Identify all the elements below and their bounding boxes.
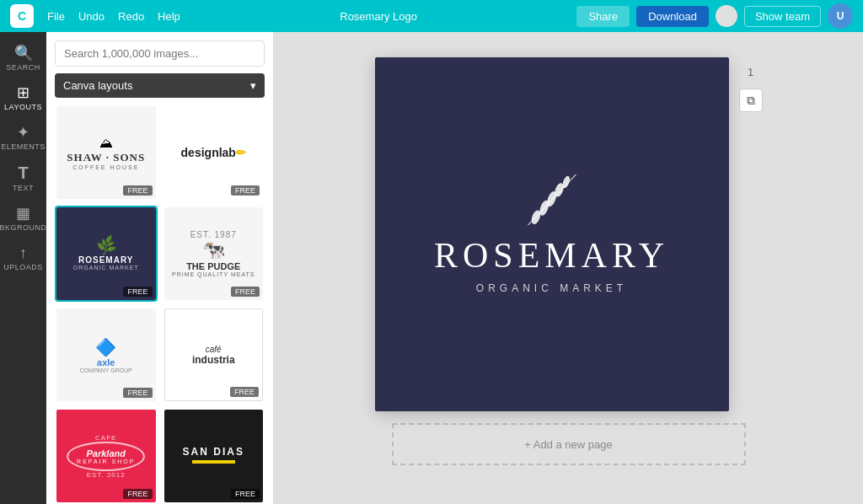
nav-file[interactable]: File <box>47 10 65 23</box>
canva-logo: C <box>10 4 34 28</box>
text-icon: T <box>18 164 28 181</box>
canvas-sidebar-tools: 1 ⧉ <box>739 57 763 112</box>
template-rosemary[interactable]: 🌿 ROSEMARY ORGANIC MARKET FREE <box>55 206 158 302</box>
template-axle[interactable]: 🔷 axle COMPANY GROUP FREE <box>55 307 158 403</box>
doc-title: Rosemary Logo <box>340 10 417 23</box>
download-button[interactable]: Download <box>636 6 709 27</box>
user-avatar[interactable]: U <box>828 3 853 29</box>
canvas-brand-name: ROSEMARY <box>434 235 669 276</box>
template-parkland[interactable]: CAFE Parkland REPAIR SHOP EST. 2012 FREE <box>55 408 158 504</box>
nav-redo[interactable]: Redo <box>118 10 144 23</box>
elements-icon: ✦ <box>17 125 29 140</box>
copy-page-button[interactable]: ⧉ <box>739 88 763 112</box>
free-badge-rosemary: FREE <box>123 287 152 297</box>
uploads-icon: ↑ <box>19 245 27 260</box>
main-layout: 🔍 SEARCH ⊞ LAYOUTS ✦ ELEMENTS T TEXT ▦ B… <box>0 32 863 504</box>
dropdown-label: Canva layouts <box>63 79 132 92</box>
layouts-icon: ⊞ <box>17 85 29 100</box>
free-badge-cafe: FREE <box>230 387 259 397</box>
svg-point-5 <box>561 175 570 188</box>
template-designlab[interactable]: designlab✏ FREE <box>163 105 265 201</box>
canva-logo-icon: C <box>10 4 34 28</box>
template-cafe[interactable]: café industria FREE <box>163 307 265 403</box>
nav-center: Rosemary Logo <box>194 10 564 23</box>
free-badge-parkland: FREE <box>123 489 152 499</box>
search-input[interactable] <box>55 40 265 67</box>
icon-sidebar: 🔍 SEARCH ⊞ LAYOUTS ✦ ELEMENTS T TEXT ▦ B… <box>0 32 46 504</box>
nav-right: Share Download Show team U <box>576 3 853 29</box>
canvas-leaf-decoration <box>501 174 603 228</box>
sidebar-item-elements[interactable]: ✦ ELEMENTS <box>3 118 45 156</box>
template-sandias[interactable]: SAN DIAS FREE <box>163 408 265 504</box>
background-icon: ▦ <box>16 206 30 221</box>
free-badge-designlab: FREE <box>231 185 260 196</box>
free-badge-pudge: FREE <box>231 287 260 297</box>
nav-undo[interactable]: Undo <box>78 10 105 23</box>
free-badge-axle: FREE <box>123 388 152 398</box>
free-badge-shaw: FREE <box>123 185 152 196</box>
chevron-down-icon: ▾ <box>250 79 256 92</box>
add-page-text: + Add a new page <box>524 438 612 451</box>
avatar-circle <box>716 5 737 27</box>
search-icon: 🔍 <box>14 46 33 61</box>
share-button[interactable]: Share <box>576 6 630 27</box>
sidebar-item-layouts[interactable]: ⊞ LAYOUTS <box>3 78 45 116</box>
add-page-area[interactable]: + Add a new page <box>392 423 746 465</box>
template-pudge[interactable]: EST. 1987 🐄 THE PUDGE PRIME QUALITY MEAT… <box>163 206 265 302</box>
sidebar-item-search[interactable]: 🔍 SEARCH <box>3 39 45 77</box>
copy-icon: ⧉ <box>747 94 755 108</box>
canvas-tagline: ORGANIC MARKET <box>476 282 627 294</box>
top-nav: C File Undo Redo Help Rosemary Logo Shar… <box>0 0 863 32</box>
nav-help[interactable]: Help <box>158 10 180 23</box>
canvas-card: ROSEMARY ORGANIC MARKET <box>375 57 729 411</box>
sidebar-item-background[interactable]: ▦ BKGROUND <box>3 199 45 237</box>
page-number: 1 <box>748 66 753 78</box>
layouts-dropdown[interactable]: Canva layouts ▾ <box>55 73 265 98</box>
template-grid: ⛰ SHAW · SONS COFFEE HOUSE FREE designla… <box>55 105 265 504</box>
sidebar-item-text[interactable]: T TEXT <box>3 158 45 197</box>
canvas-area: ROSEMARY ORGANIC MARKET 1 ⧉ + Add a new … <box>274 32 863 504</box>
nav-menu: File Undo Redo Help <box>47 10 180 23</box>
template-shaw[interactable]: ⛰ SHAW · SONS COFFEE HOUSE FREE <box>55 105 158 201</box>
sidebar-item-uploads[interactable]: ↑ UPLOADS <box>3 239 45 276</box>
show-team-button[interactable]: Show team <box>744 6 821 27</box>
panel: Canva layouts ▾ ⛰ SHAW · SONS COFFEE HOU… <box>46 32 274 504</box>
canvas-wrapper: ROSEMARY ORGANIC MARKET 1 ⧉ <box>375 57 763 411</box>
free-badge-sandias: FREE <box>231 489 260 499</box>
